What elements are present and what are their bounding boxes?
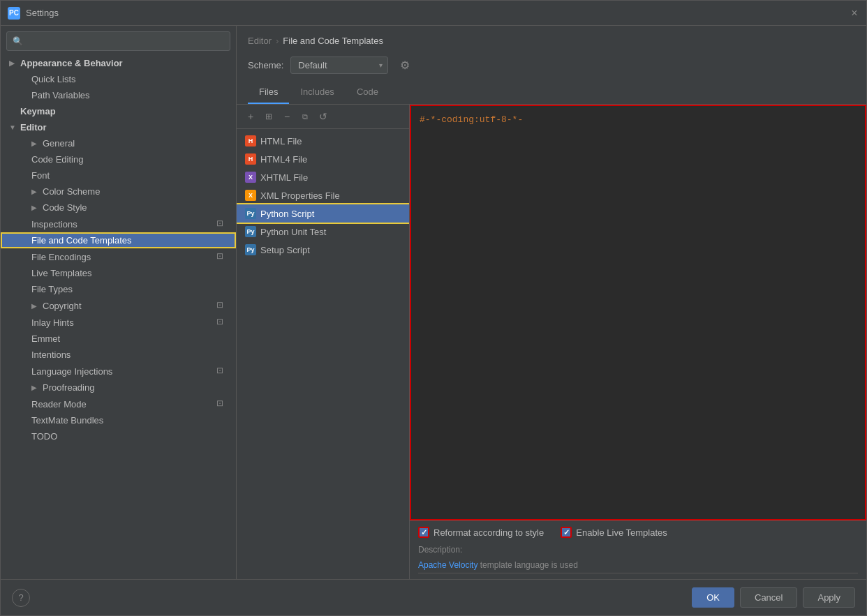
- breadcrumb: Editor › File and Code Templates: [237, 26, 866, 52]
- xhtml-file-icon: X: [245, 172, 256, 183]
- sidebar-item-inspections[interactable]: Inspections ⊡: [1, 216, 236, 232]
- panel-body: + ⊞ − ⧉ ↺ H HTML File H HTML4 File: [237, 105, 866, 579]
- help-button[interactable]: ?: [12, 589, 30, 607]
- file-item-python-script[interactable]: Py Python Script: [237, 204, 409, 223]
- live-templates-checkbox[interactable]: [561, 527, 572, 538]
- search-input[interactable]: [27, 36, 224, 46]
- sidebar-item-path-variables[interactable]: Path Variables: [1, 87, 236, 103]
- file-items-list: H HTML File H HTML4 File X XHTML File: [237, 129, 409, 579]
- sidebar-item-label: Editor: [20, 122, 47, 133]
- file-item-xhtml[interactable]: X XHTML File: [237, 168, 409, 186]
- sidebar-item-appearance-behavior[interactable]: ▶ Appearance & Behavior: [1, 55, 236, 71]
- reformat-checkbox-item[interactable]: Reformat according to style: [418, 527, 544, 538]
- expand-arrow: ▶: [31, 384, 41, 391]
- sidebar-item-label: Live Templates: [31, 268, 91, 278]
- editor-bottom: Reformat according to style Enable Live …: [410, 520, 866, 579]
- expand-arrow: ▶: [31, 140, 41, 147]
- sidebar-item-general[interactable]: ▶ General: [1, 135, 236, 151]
- sidebar-item-inlay-hints[interactable]: Inlay Hints ⊡: [1, 314, 236, 331]
- tabs-row: Files Includes Code: [237, 81, 866, 105]
- code-editor[interactable]: #-*-coding:utf-8-*-: [410, 105, 866, 520]
- sidebar-item-quick-lists[interactable]: Quick Lists: [1, 71, 236, 87]
- sidebar-item-label: Code Editing: [31, 154, 83, 165]
- sidebar-item-label: Language Injections: [31, 366, 112, 377]
- breadcrumb-separator: ›: [276, 36, 279, 46]
- apache-velocity-link[interactable]: Apache Velocity: [418, 560, 477, 570]
- file-item-label: Python Unit Test: [260, 227, 326, 237]
- live-templates-checkbox-item[interactable]: Enable Live Templates: [561, 527, 667, 538]
- apply-button[interactable]: Apply: [803, 587, 855, 608]
- xml-file-icon: X: [245, 190, 256, 201]
- settings-icon: ⊡: [216, 218, 228, 230]
- file-item-html4[interactable]: H HTML4 File: [237, 150, 409, 168]
- file-toolbar: + ⊞ − ⧉ ↺: [237, 105, 409, 129]
- tab-files[interactable]: Files: [248, 81, 289, 104]
- reset-file-button[interactable]: ↺: [315, 109, 332, 124]
- sidebar-item-emmet[interactable]: Emmet: [1, 331, 236, 347]
- settings-window: PC Settings × 🔍 ▶ Appearance & Behavior …: [0, 0, 867, 616]
- copy-file-button[interactable]: ⊞: [260, 109, 277, 124]
- sidebar-item-label: File Types: [31, 284, 73, 294]
- cancel-button[interactable]: Cancel: [740, 587, 797, 608]
- sidebar-item-label: Inlay Hints: [31, 317, 74, 328]
- scheme-dropdown-wrapper: Default Project ▾: [290, 57, 388, 74]
- scheme-gear-button[interactable]: ⚙: [395, 56, 415, 74]
- sidebar-item-file-types[interactable]: File Types: [1, 281, 236, 297]
- duplicate-file-button[interactable]: ⧉: [297, 109, 313, 124]
- search-box[interactable]: 🔍: [6, 31, 230, 51]
- sidebar-item-label: TextMate Bundles: [31, 415, 103, 426]
- reformat-checkbox[interactable]: [418, 527, 429, 538]
- tab-includes[interactable]: Includes: [289, 81, 345, 104]
- sidebar-item-reader-mode[interactable]: Reader Mode ⊡: [1, 396, 236, 412]
- sidebar-item-label: Proofreading: [43, 382, 94, 393]
- sidebar-item-keymap[interactable]: Keymap: [1, 103, 236, 119]
- sidebar-item-live-templates[interactable]: Live Templates: [1, 265, 236, 281]
- file-item-label: Setup Script: [260, 245, 310, 255]
- close-button[interactable]: ×: [850, 8, 859, 18]
- sidebar-item-label: Quick Lists: [31, 74, 76, 84]
- file-item-python-unit-test[interactable]: Py Python Unit Test: [237, 223, 409, 241]
- sidebar-item-label: Font: [31, 170, 50, 181]
- sidebar-item-file-encodings[interactable]: File Encodings ⊡: [1, 248, 236, 265]
- sidebar-item-font[interactable]: Font: [1, 167, 236, 183]
- editor-panel: #-*-coding:utf-8-*- Reformat according t…: [410, 105, 866, 579]
- titlebar: PC Settings ×: [1, 1, 866, 26]
- breadcrumb-parent: Editor: [248, 36, 272, 46]
- sidebar-item-label: Appearance & Behavior: [20, 58, 123, 68]
- file-item-setup-script[interactable]: Py Setup Script: [237, 241, 409, 259]
- setup-script-icon: Py: [245, 244, 256, 255]
- sidebar-item-label: General: [43, 138, 75, 149]
- remove-file-button[interactable]: −: [279, 109, 295, 124]
- sidebar-item-editor[interactable]: ▼ Editor: [1, 119, 236, 135]
- sidebar-item-label: Color Scheme: [43, 186, 100, 197]
- ok-button[interactable]: OK: [692, 587, 734, 608]
- sidebar-item-language-injections[interactable]: Language Injections ⊡: [1, 363, 236, 380]
- sidebar-item-label: Emmet: [31, 333, 60, 344]
- checkboxes-row: Reformat according to style Enable Live …: [418, 527, 858, 538]
- settings-icon: ⊡: [216, 251, 228, 262]
- description-rest: template language is used: [480, 560, 578, 570]
- main-content: 🔍 ▶ Appearance & Behavior Quick Lists Pa…: [1, 26, 866, 579]
- sidebar-item-code-editing[interactable]: Code Editing: [1, 151, 236, 167]
- tab-code[interactable]: Code: [346, 81, 390, 104]
- live-templates-label: Enable Live Templates: [576, 527, 667, 538]
- sidebar-item-label: Reader Mode: [31, 399, 87, 410]
- sidebar-item-textmate-bundles[interactable]: TextMate Bundles: [1, 412, 236, 428]
- sidebar-item-label: File Encodings: [31, 252, 91, 262]
- sidebar-item-label: Path Variables: [31, 90, 90, 100]
- sidebar-item-copyright[interactable]: ▶ Copyright ⊡: [1, 297, 236, 314]
- add-file-button[interactable]: +: [242, 109, 259, 124]
- bottom-bar: ? OK Cancel Apply: [1, 579, 866, 615]
- file-item-html[interactable]: H HTML File: [237, 132, 409, 150]
- python-unit-test-icon: Py: [245, 226, 256, 237]
- description-label: Description:: [418, 545, 858, 555]
- sidebar-item-intentions[interactable]: Intentions: [1, 347, 236, 363]
- sidebar-item-proofreading[interactable]: ▶ Proofreading: [1, 380, 236, 396]
- app-icon: PC: [8, 7, 20, 20]
- sidebar-item-color-scheme[interactable]: ▶ Color Scheme: [1, 183, 236, 200]
- sidebar-item-code-style[interactable]: ▶ Code Style: [1, 200, 236, 216]
- scheme-select[interactable]: Default Project: [290, 57, 388, 74]
- sidebar-item-todo[interactable]: TODO: [1, 428, 236, 444]
- file-item-xml-properties[interactable]: X XML Properties File: [237, 186, 409, 204]
- sidebar-item-file-and-code-templates[interactable]: File and Code Templates: [1, 232, 236, 248]
